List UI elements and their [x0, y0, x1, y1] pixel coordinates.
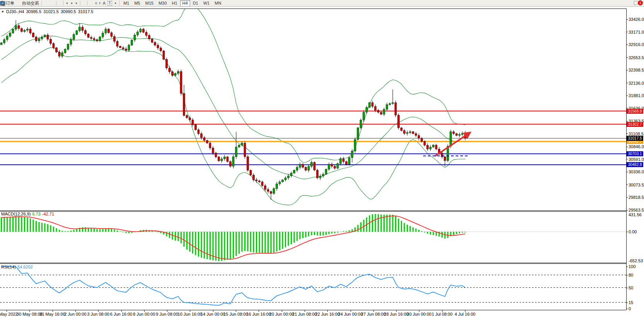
caret-icon: ▼: [70, 2, 73, 5]
chart-symbol-label: DJ30-,H4: [6, 9, 24, 14]
ohlc-high: 31021.5: [43, 9, 59, 14]
price-tick: [626, 172, 628, 172]
price-axis-label: 30336.0: [629, 169, 644, 174]
profiles-button[interactable]: [58, 0, 60, 6]
macd-axis-zero: 0.00: [629, 229, 637, 234]
symbol-dropdown-icon[interactable]: ▼: [1, 10, 4, 14]
chart-ohlc-header: ▼ DJ30-,H4 30995.5 31021.5 30990.5 31017…: [1, 9, 93, 14]
market-watch-button[interactable]: [17, 0, 19, 6]
rsi-label: RSI(14) 54.6202: [1, 265, 33, 269]
price-level-badge: 31568.8: [627, 109, 643, 114]
search-button[interactable]: [631, 0, 633, 6]
price-tick: [626, 210, 628, 210]
macd-axis-tick: [626, 232, 628, 232]
pane-separator[interactable]: [0, 210, 644, 212]
price-tick: [626, 185, 628, 185]
main-toolbar: 新订单 自动交易 ▼ ▼: [0, 0, 644, 7]
pane-separator[interactable]: [0, 263, 644, 264]
price-axis-label: 32916.0: [629, 42, 644, 47]
macd-axis-min: -652.53: [629, 258, 643, 263]
price-tick: [626, 44, 628, 45]
macd-value-signal: -42.71: [42, 212, 54, 216]
channel-tool-label: E: [95, 2, 97, 5]
tile-windows-button[interactable]: [53, 0, 55, 6]
tf-d1-button[interactable]: D1: [191, 0, 201, 7]
channel-tool-button[interactable]: E: [95, 0, 98, 6]
cursor-tool-button[interactable]: [82, 0, 83, 6]
ohlc-low: 30990.5: [61, 9, 76, 14]
templates-button[interactable]: ▼: [74, 0, 78, 6]
price-axis-label: 33426.0: [629, 17, 644, 22]
rsi-axis-tick: [626, 303, 628, 303]
price-axis-label: 33171.0: [629, 30, 644, 34]
rsi-axis-tick: [626, 288, 628, 288]
candlestick-type-button[interactable]: [45, 0, 47, 6]
bar-chart-type-button[interactable]: [43, 0, 45, 6]
price-tick: [626, 57, 628, 58]
rsi-axis-label: 15: [629, 300, 633, 305]
fibonacci-tool-button[interactable]: F: [98, 0, 101, 6]
time-axis-label: 4 Jul 16:00: [447, 312, 483, 316]
toolbar-separator: [119, 1, 119, 5]
tf-mn-button[interactable]: MN: [212, 0, 223, 7]
rsi-pane[interactable]: [0, 264, 626, 310]
auto-trade-button[interactable]: 自动交易: [21, 0, 40, 6]
zoom-in-button[interactable]: [49, 0, 51, 6]
tf-m15-button[interactable]: M15: [143, 0, 156, 7]
price-axis-label: 32398.5: [629, 68, 644, 72]
ohlc-close: 31017.5: [78, 9, 94, 14]
rsi-axis-label: 100: [629, 264, 635, 269]
tf-m1-button[interactable]: M1: [121, 0, 131, 7]
price-tick: [626, 96, 628, 96]
rsi-value: 54.6202: [17, 265, 33, 269]
shapes-tool-button[interactable]: ▼: [113, 0, 118, 6]
periods-button[interactable]: ▼: [70, 0, 74, 6]
tf-h1-button[interactable]: H1: [170, 0, 180, 7]
price-axis-label: 31881.0: [629, 93, 644, 98]
macd-pane[interactable]: [0, 212, 626, 263]
notification-badge: 1: [638, 0, 643, 5]
line-chart-type-button[interactable]: [47, 0, 49, 6]
price-level-badge: 31302.7: [627, 122, 643, 127]
rsi-axis-tick: [626, 267, 628, 267]
caret-icon: ▼: [75, 2, 78, 5]
indicators-button[interactable]: ▼: [65, 0, 69, 6]
toolbar-separator: [56, 1, 56, 5]
horizontal-line-tool-button[interactable]: [91, 0, 92, 6]
tf-w1-button[interactable]: W1: [201, 0, 212, 7]
macd-title: MACD(12,26,9): [1, 212, 31, 216]
chat-button[interactable]: 1: [633, 0, 643, 6]
crosshair-tool-button[interactable]: [84, 0, 85, 6]
fibonacci-tool-label: F: [99, 2, 101, 5]
text-tool-button[interactable]: A: [102, 0, 106, 6]
label-tool-button[interactable]: T: [107, 0, 113, 6]
time-axis[interactable]: 7 May 202230 May 08:0031 May 16:002 Jun …: [0, 310, 626, 318]
rsi-axis-label: 0: [629, 306, 631, 311]
current-price-badge: 31017.5: [627, 136, 643, 141]
add-window-button[interactable]: [60, 0, 61, 6]
price-tick: [626, 19, 628, 20]
history-center-button[interactable]: [15, 0, 17, 6]
rsi-axis-label: 50: [629, 286, 633, 290]
signals-button[interactable]: [19, 0, 21, 6]
toolbar-separator: [41, 1, 42, 5]
tf-h4-button[interactable]: H4: [180, 0, 190, 7]
price-tick: [626, 32, 628, 32]
zoom-out-button[interactable]: [51, 0, 53, 6]
tf-m30-button[interactable]: M30: [156, 0, 169, 7]
rsi-axis-tick: [626, 309, 628, 309]
rsi-title: RSI(14): [1, 265, 16, 269]
auto-trade-label: 自动交易: [22, 0, 39, 6]
price-axis-label: 29818.5: [629, 195, 644, 200]
search-icon: [0, 0, 5, 6]
main-chart-pane[interactable]: [0, 9, 626, 210]
trendline-tool-button[interactable]: [93, 0, 94, 6]
vertical-line-tool-button[interactable]: [89, 0, 90, 6]
tf-m5-button[interactable]: M5: [132, 0, 142, 7]
price-tick: [626, 83, 628, 83]
price-tick: [626, 133, 628, 134]
price-axis-label: 30073.5: [629, 183, 644, 187]
price-tick: [626, 70, 628, 70]
rsi-axis-label: 80: [629, 273, 633, 277]
toolbar-separator: [87, 1, 87, 5]
